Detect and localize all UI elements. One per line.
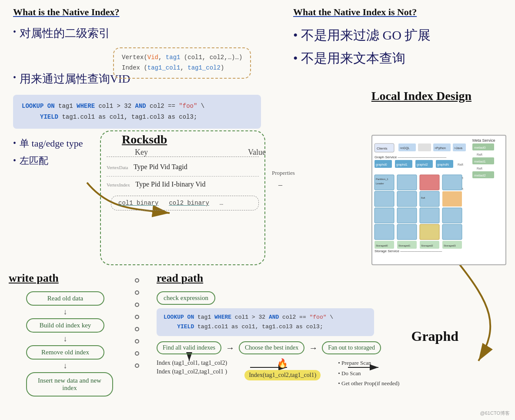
index-1-text: Index (tag1_col1, tag1_col2) <box>157 360 227 367</box>
col1-binary: col1 binary <box>118 200 158 207</box>
check-expression-box: check expression <box>157 291 215 305</box>
svg-text:>Python: >Python <box>435 147 446 150</box>
bullet-secondary-index: • 对属性的二级索引 <box>13 26 265 41</box>
prepare-2: • Do Scan <box>338 368 399 378</box>
svg-rect-56 <box>442 175 462 190</box>
svg-text:Raft: Raft <box>477 153 482 156</box>
svg-text:Partition_1: Partition_1 <box>376 178 388 180</box>
prepare-1: • Prepare Scan <box>338 358 399 368</box>
write-step-3: Remove old index <box>26 345 104 360</box>
index-2-text: Index (tag1_col2,tag1_col1 ) <box>157 368 227 375</box>
bullet-tag-type: • 单 tag/edge type <box>13 137 109 150</box>
write-path-section: write path Read old data ↓ Build old ind… <box>9 272 130 398</box>
dot-5 <box>135 327 139 331</box>
not-bullet-2: • 不是用来文本查询 <box>293 50 502 67</box>
svg-rect-49 <box>420 175 439 190</box>
dots-column <box>135 278 139 368</box>
svg-text:graphdN: graphdN <box>437 163 449 167</box>
arrow-choose-fanout: → <box>309 343 318 353</box>
read-code-block: LOOKUP ON tag1 WHERE col1 > 32 AND col2 … <box>157 308 374 336</box>
bullet-dot-4: • <box>13 156 16 166</box>
not-bullet-1: • 不是用来过滤 GO 扩展 <box>293 27 502 44</box>
svg-text:graphd2: graphd2 <box>417 163 428 167</box>
svg-text:Graph Service ——————————————: Graph Service —————————————— <box>375 155 446 159</box>
fire-emoji: 🔥 <box>244 358 321 368</box>
page: What is the Native Index? • 对属性的二级索引 Ver… <box>0 0 515 420</box>
svg-text:metad0: metad0 <box>474 146 486 150</box>
svg-text:Leader: Leader <box>376 182 384 185</box>
svg-rect-57 <box>442 191 462 207</box>
svg-rect-45 <box>397 208 417 223</box>
vertex-index-row: VertexIndex Type Pid Iid I-binary Vid <box>107 180 205 188</box>
arrow-find-choose: → <box>226 343 234 353</box>
svg-text:Raft: Raft <box>477 167 482 170</box>
vertex-index-content: Type Pid Iid I-binary Vid <box>135 180 205 188</box>
write-arrow-3: ↓ <box>26 361 104 370</box>
mid-left-section: • 单 tag/edge type • 左匹配 <box>13 137 109 172</box>
svg-rect-58 <box>442 208 462 223</box>
rocksdb-title: Rocksdb <box>122 133 167 147</box>
find-valid-indexes-box: Find all valid indexes <box>157 341 221 354</box>
rocksdb-dash: – <box>278 180 282 190</box>
bullet-dot-2: • <box>13 73 16 83</box>
fanout-box: Fan out to storaged <box>322 341 381 354</box>
col-ellipsis: … <box>220 200 223 207</box>
write-step-2: Build old index key <box>26 318 104 333</box>
write-arrow-2: ↓ <box>26 334 104 343</box>
svg-text:metad1: metad1 <box>474 160 486 163</box>
best-index-box: Index(tag1_col2,tag1_col1) <box>244 370 321 380</box>
write-step-1: Read old data <box>26 291 104 306</box>
svg-rect-40 <box>375 224 394 240</box>
svg-text:metad2: metad2 <box>474 173 486 177</box>
arch-svg: Meta Service metad0 Raft metad1 Raft met… <box>372 136 506 265</box>
svg-rect-38 <box>375 191 394 207</box>
vertex-data-content: Type Pid Vid Tagid <box>134 163 187 170</box>
bullet-dot-1: • <box>13 27 16 37</box>
svg-rect-43 <box>397 175 417 190</box>
svg-text:>Java: >Java <box>454 147 462 150</box>
arch-diagram: Meta Service metad0 Raft metad1 Raft met… <box>371 135 506 265</box>
svg-rect-46 <box>397 224 417 240</box>
read-path-title: read path <box>157 272 487 285</box>
watermark: @61CTO博客 <box>480 410 510 417</box>
local-index-title: Local Index Design <box>371 89 472 103</box>
svg-rect-53 <box>420 224 439 240</box>
col-binary-box: col1 binary col2 binary … <box>111 196 259 210</box>
prepare-3: • Get other Prop(if needed) <box>338 378 399 388</box>
graphd-label: Graphd <box>411 328 458 344</box>
index-rows: Index (tag1_col1, tag1_col2) Index (tag1… <box>157 358 487 388</box>
top-left-section: What is the Native Index? • 对属性的二级索引 Ver… <box>13 7 265 91</box>
index-list: Index (tag1_col1, tag1_col2) Index (tag1… <box>157 358 227 388</box>
top-code-block: LOOKUP ON tag1 WHERE col1 > 32 AND col2 … <box>13 95 261 129</box>
write-step-4: Insert new data and new index <box>26 372 113 397</box>
write-flow-items: Read old data ↓ Build old index key ↓ Re… <box>9 291 130 398</box>
native-index-title: What is the Native Index? <box>13 7 265 18</box>
write-path-title: write path <box>9 272 130 285</box>
vertex-line1: Vertex(Vid, tag1 (col1, col2,…)…) <box>122 53 242 63</box>
svg-text:Storaged1: Storaged1 <box>398 244 411 247</box>
svg-rect-59 <box>442 224 462 240</box>
properties-label: Properties <box>272 170 295 177</box>
top-right-section: What the Native Index is Not? • 不是用来过滤 G… <box>293 7 502 73</box>
col2-binary: col2 binary <box>169 200 209 207</box>
svg-text:Storaged2: Storaged2 <box>421 244 433 247</box>
vertex-data-row: VertexData Type Pid Vid Tagid <box>107 163 187 171</box>
dot-6 <box>135 339 139 343</box>
svg-rect-17 <box>418 143 431 151</box>
choose-best-index-box: Choose the best index <box>239 341 304 354</box>
svg-rect-52 <box>420 208 439 223</box>
vertex-box: Vertex(Vid, tag1 (col1, col2,…)…) Index … <box>113 47 251 79</box>
svg-text:>nGQL: >nGQL <box>400 147 410 150</box>
not-title: What the Native Index is Not? <box>293 7 502 18</box>
svg-rect-39 <box>375 208 394 223</box>
bullet-dot-3: • <box>13 138 16 148</box>
rocksdb-value-label: Value <box>248 148 266 157</box>
prepare-list: • Prepare Scan • Do Scan • Get other Pro… <box>338 358 399 388</box>
svg-text:Raft: Raft <box>458 163 463 166</box>
dot-2 <box>135 290 139 295</box>
best-index-area: 🔥 Index(tag1_col2,tag1_col1) <box>244 358 321 388</box>
vertex-line2: Index (tag1_col1, tag1_col2) <box>122 63 242 73</box>
svg-rect-44 <box>397 191 417 207</box>
rocksdb-key-label: Key <box>135 148 148 157</box>
svg-text:Raft: Raft <box>421 197 425 199</box>
